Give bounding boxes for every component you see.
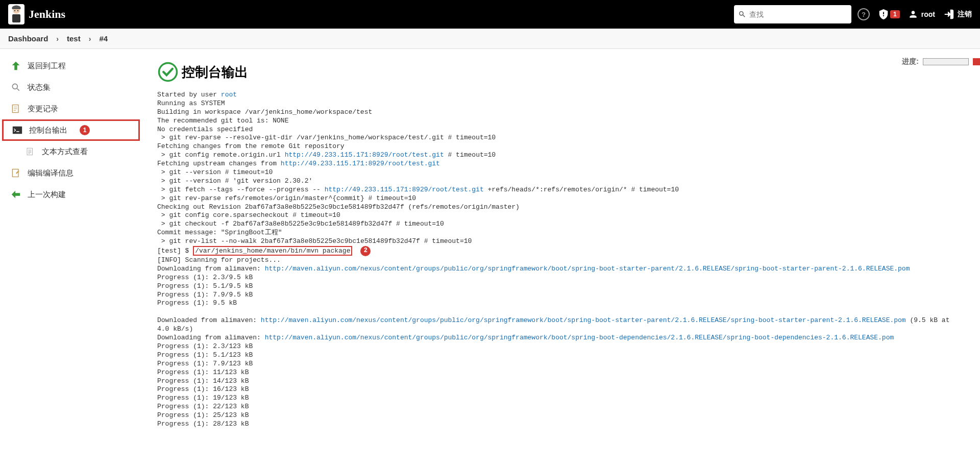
maven-url-link[interactable]: http://maven.aliyun.com/nexus/content/gr… xyxy=(265,334,894,341)
sidebar-item-label: 控制台输出 xyxy=(29,126,67,135)
header-bar: Jenkins ? 1 root 注销 xyxy=(0,0,980,29)
logout-button[interactable]: 注销 xyxy=(943,9,972,20)
page-title-row: 控制台输出 xyxy=(157,61,965,83)
git-url-link[interactable]: http://49.233.115.171:8929/root/test.git xyxy=(281,160,440,167)
sidebar-status[interactable]: 状态集 xyxy=(0,77,142,98)
callout-badge: 1 xyxy=(80,125,90,135)
svg-point-4 xyxy=(12,84,17,89)
jenkins-logo-icon xyxy=(8,4,24,24)
search-input[interactable] xyxy=(749,10,847,18)
svg-rect-7 xyxy=(27,148,33,155)
logout-label: 注销 xyxy=(958,10,972,19)
breadcrumb-dashboard[interactable]: Dashboard xyxy=(8,34,48,43)
success-icon xyxy=(157,61,179,83)
sidebar-back-to-project[interactable]: 返回到工程 xyxy=(0,55,142,77)
progress-cancel-button[interactable] xyxy=(973,58,980,65)
console-output: Started by user root Running as SYSTEM B… xyxy=(157,91,965,429)
sidebar-item-label: 返回到工程 xyxy=(28,61,66,71)
breadcrumb-build[interactable]: #4 xyxy=(99,34,108,43)
username: root xyxy=(921,10,935,18)
chevron-right-icon: › xyxy=(89,35,91,43)
maven-url-link[interactable]: http://maven.aliyun.com/nexus/content/gr… xyxy=(261,316,906,324)
chevron-right-icon: › xyxy=(56,35,59,43)
search-icon xyxy=(738,10,746,19)
highlighted-command: /var/jenkins_home/maven/bin/mvn package xyxy=(193,246,352,256)
progress-track xyxy=(923,58,969,65)
terminal-icon xyxy=(12,125,23,136)
svg-rect-3 xyxy=(17,10,18,11)
sidebar-edit-build-info[interactable]: 编辑编译信息 xyxy=(0,162,142,184)
user-icon xyxy=(908,9,918,19)
sidebar-item-label: 状态集 xyxy=(28,83,51,92)
sidebar-changes[interactable]: 变更记录 xyxy=(0,98,142,119)
search-box[interactable] xyxy=(734,5,851,23)
progress-indicator: 进度: xyxy=(902,57,980,66)
sidebar-text-view[interactable]: 文本方式查看 xyxy=(0,141,142,162)
breadcrumb-job[interactable]: test xyxy=(67,34,81,43)
svg-rect-1 xyxy=(12,14,20,22)
sidebar-item-label: 编辑编译信息 xyxy=(28,168,74,178)
sidebar-previous-build[interactable]: 上一次构建 xyxy=(0,184,142,205)
text-file-icon xyxy=(24,146,36,157)
sidebar-console-output[interactable]: 控制台输出 1 xyxy=(2,119,140,141)
sidebar-item-label: 文本方式查看 xyxy=(42,147,88,157)
sidebar-item-label: 上一次构建 xyxy=(28,190,66,200)
left-arrow-icon xyxy=(10,189,21,200)
git-url-link[interactable]: http://49.233.115.171:8929/root/test.git xyxy=(325,186,484,193)
svg-point-9 xyxy=(159,63,177,81)
logo-text: Jenkins xyxy=(29,8,65,21)
sidebar: 返回到工程 状态集 变更记录 控制台输出 1 文本方式查看 编辑编译信息 上一次… xyxy=(0,49,142,441)
magnifier-icon xyxy=(10,82,21,93)
up-arrow-icon xyxy=(10,60,21,71)
breadcrumb-bar: Dashboard › test › #4 xyxy=(0,29,980,49)
logout-icon xyxy=(943,9,954,20)
help-button[interactable]: ? xyxy=(857,8,870,20)
svg-rect-2 xyxy=(14,10,15,11)
progress-label: 进度: xyxy=(902,57,919,66)
warning-badge[interactable]: 1 xyxy=(878,9,900,20)
warning-count: 1 xyxy=(890,10,900,18)
user-menu[interactable]: root xyxy=(908,9,935,19)
page-title: 控制台输出 xyxy=(182,63,248,81)
document-icon xyxy=(10,103,21,114)
git-url-link[interactable]: http://49.233.115.171:8929/root/test.git xyxy=(285,151,444,159)
sidebar-item-label: 变更记录 xyxy=(28,104,58,114)
content-area: 进度: 控制台输出 Started by user root Running a… xyxy=(142,49,980,441)
maven-url-link[interactable]: http://maven.aliyun.com/nexus/content/gr… xyxy=(265,265,910,273)
user-link[interactable]: root xyxy=(221,91,237,98)
shield-icon xyxy=(878,9,889,20)
logo-section[interactable]: Jenkins xyxy=(8,4,65,24)
svg-rect-6 xyxy=(13,127,22,134)
edit-document-icon xyxy=(10,167,21,179)
callout-badge: 2 xyxy=(360,246,371,256)
